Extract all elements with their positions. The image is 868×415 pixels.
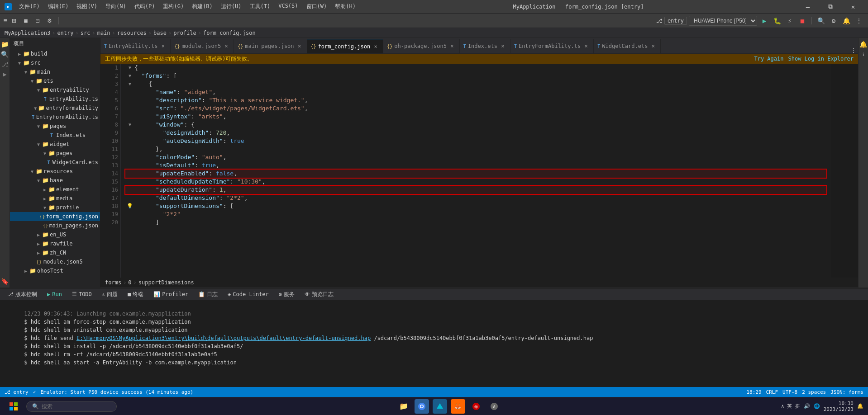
breadcrumb-entry[interactable]: entry [57,30,73,36]
close-button[interactable]: ✕ [843,0,863,14]
tree-item-entryability-ts[interactable]: T EntryAbility.ts [10,94,100,104]
status-crlf[interactable]: CRLF [766,389,778,395]
taskbar-notification-icon[interactable]: 🔔 [857,403,863,409]
maximize-button[interactable]: ⧉ [820,0,841,14]
tree-item-resources[interactable]: ▼ 📁 resources [10,167,100,176]
search-everywhere-btn[interactable]: 🔍 [816,15,826,26]
taskbar-icon-chrome[interactable] [415,399,429,414]
breadcrumb-base[interactable]: base [153,30,167,36]
debug-button[interactable]: 🐛 [772,15,782,26]
fold-arrow-2[interactable]: ▼ [129,72,131,80]
tab-entryformability[interactable]: T EntryFormAbility.ts × [510,39,594,53]
activity-git-icon[interactable]: ⎇ [0,60,10,69]
tree-item-widget[interactable]: ▼ 📁 widget [10,140,100,149]
right-notifications-icon[interactable]: 🔔 [859,40,868,49]
taskbar-search[interactable]: 🔍 [26,401,117,412]
tab-close-form-config[interactable]: × [372,43,379,50]
menu-run[interactable]: 运行(U) [217,2,245,11]
status-check[interactable]: ✓ [33,389,36,395]
tab-oh-package[interactable]: {} oh-package.json5 × [383,39,460,53]
tab-close-oh-package[interactable]: × [448,42,456,50]
tree-item-src[interactable]: ▼ 📁 src [10,58,100,67]
tree-item-main[interactable]: ▼ 📁 main [10,67,100,76]
status-encoding[interactable]: UTF-8 [782,389,797,395]
menu-vcs[interactable]: VCS(S) [275,2,301,11]
terminal-link-4[interactable]: E:\HarmonyOS\MyApplication3\entry\build\… [76,335,371,341]
log-action[interactable]: 📋 日志 [195,290,221,299]
tree-item-build[interactable]: ▶ 📁 build [10,49,100,58]
minimize-button[interactable]: — [797,0,818,14]
menu-navigate[interactable]: 导向(N) [102,2,130,11]
bulb-icon-18[interactable]: 💡 [127,202,133,210]
taskbar-network-icon[interactable]: 🌐 [814,403,820,409]
attach-button[interactable]: ⚡ [784,15,795,26]
toolbar-entry-name[interactable]: entry [664,17,687,25]
fold-arrow-8[interactable]: ▼ [129,121,131,129]
tree-item-pages[interactable]: ▼ 📁 pages [10,122,100,131]
taskbar-volume-icon[interactable]: 🔊 [804,403,810,409]
fold-arrow-3[interactable]: ▼ [129,80,131,88]
stop-button[interactable]: ■ [797,15,808,26]
menu-tools[interactable]: 工具(T) [246,2,274,11]
tab-close-entryformability[interactable]: × [582,42,590,50]
tree-item-zh-cn[interactable]: ▶ 📁 zh_CN [10,248,100,257]
taskbar-icon-orange[interactable]: 🦊 [451,399,465,414]
menu-build[interactable]: 构建(B) [188,2,216,11]
preview-log-action[interactable]: 👁 预览日志 [301,290,337,299]
terminal-content[interactable]: 12/23 09:36:43: Launching com.example.my… [0,300,868,387]
breadcrumb-app[interactable]: MyApplication3 [5,30,50,36]
taskbar-datetime[interactable]: 10:30 2023/12/23 [824,401,854,412]
breadcrumb-main[interactable]: main [97,30,110,36]
fold-arrow-1[interactable]: ▼ [129,64,131,72]
tree-item-entryability[interactable]: ▼ 📁 entryability [10,85,100,94]
show-log-link[interactable]: Show Log in Explorer [788,56,854,62]
menu-edit[interactable]: 编辑(E) [44,2,72,11]
tab-module[interactable]: {} module.json5 × [171,39,234,53]
code-content[interactable]: ▼ { ▼ "forms": [ ▼ { [121,64,831,278]
tree-item-en-us[interactable]: ▶ 📁 en_US [10,230,100,239]
menu-file[interactable]: 文件(F) [15,2,43,11]
tab-widgetcard[interactable]: T WidgetCard.ets × [594,39,661,53]
tab-entryability[interactable]: T EntryAbility.ts × [100,39,171,53]
status-branch[interactable]: ⎇ entry [5,389,29,395]
tab-index-ets[interactable]: T Index.ets × [460,39,510,53]
menu-code[interactable]: 代码(P) [131,2,159,11]
device-selector[interactable]: HUAWEI Phone [P50] [689,16,757,26]
taskbar-icon-appstore[interactable]: A [487,399,501,414]
more-btn[interactable]: ⋮ [854,15,864,26]
tree-item-profile[interactable]: ▼ 📁 profile [10,203,100,212]
todo-action[interactable]: ☰ TODO [68,290,95,298]
taskbar-icon-huawei[interactable]: 华 [469,399,483,414]
tree-item-rawfile[interactable]: ▶ 📁 rawfile [10,239,100,248]
tab-bar-more[interactable]: ⋮ [849,47,858,53]
profiler-action[interactable]: 📊 Profiler [150,290,192,298]
breadcrumb-resources[interactable]: resources [117,30,147,36]
tree-item-widget-pages[interactable]: ▼ 📁 pages [10,149,100,158]
service-action[interactable]: ⚙ 服务 [275,290,298,299]
menu-refactor[interactable]: 重构(G) [159,2,187,11]
status-language[interactable]: JSON: forms [830,389,863,395]
run-action[interactable]: ▶ Run [43,290,66,298]
tab-close-index[interactable]: × [499,42,506,50]
breadcrumb-file[interactable]: form_config.json [203,30,256,36]
taskbar-icon-deveco[interactable] [433,399,447,414]
tree-item-index-ets[interactable]: T Index.ets [10,131,100,140]
toolbar-align-btn[interactable]: ≣ [21,17,31,25]
bc-forms[interactable]: forms [105,279,121,286]
right-info-icon[interactable]: ℹ [859,50,868,59]
problems-action[interactable]: ⚠ 问题 [98,290,121,299]
toolbar-split-btn[interactable]: ⊟ [33,17,43,25]
tab-close-module[interactable]: × [223,42,230,50]
windows-start-button[interactable] [5,397,23,415]
tree-item-widgetcard[interactable]: T WidgetCard.ets [10,158,100,167]
bc-support-dimensions[interactable]: supportDimensions [138,279,194,286]
tree-item-main-pages[interactable]: {} main_pages.json [10,221,100,230]
tree-item-entryformability-ts[interactable]: T EntryFormAbility.ts [10,113,100,122]
toolbar-structure-btn[interactable]: ⊞ [9,17,19,25]
run-button[interactable]: ▶ [759,15,770,26]
tree-item-ohos-test[interactable]: ▶ 📁 ohosTest [10,266,100,275]
tree-item-base[interactable]: ▼ 📁 base [10,176,100,185]
tree-item-media[interactable]: ▶ 📁 media [10,194,100,203]
activity-bookmarks-icon[interactable]: 🔖 [0,277,10,286]
tab-form-config[interactable]: {} form_config.json × [307,39,384,53]
